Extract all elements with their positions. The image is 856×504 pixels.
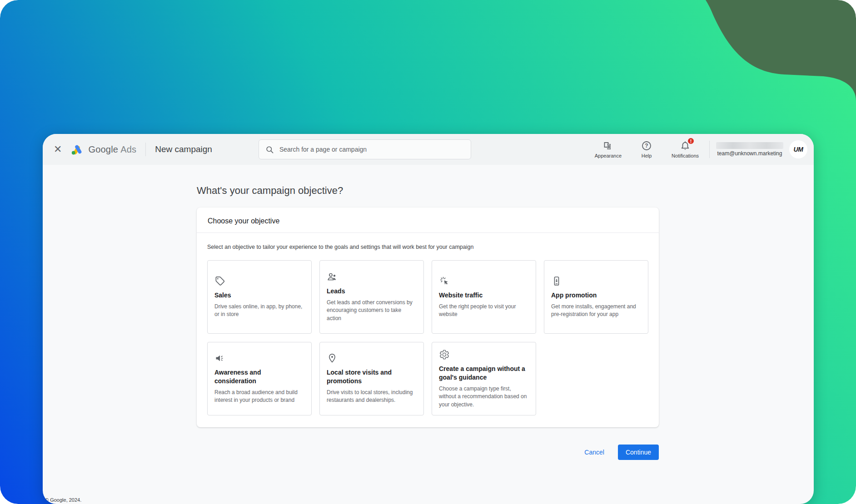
objective-description: Get the right people to visit your websi… bbox=[439, 303, 529, 319]
objective-description: Get more installs, engagement and pre-re… bbox=[551, 303, 641, 319]
objective-tile-no-goal[interactable]: Create a campaign without a goal's guida… bbox=[432, 342, 536, 415]
card-title: Choose your objective bbox=[197, 208, 659, 232]
account-divider bbox=[709, 141, 710, 158]
objective-title: Website traffic bbox=[439, 291, 529, 300]
account-name-redacted bbox=[716, 142, 783, 149]
objective-description: Reach a broad audience and build interes… bbox=[214, 389, 304, 405]
location-pin-icon bbox=[327, 353, 338, 364]
appearance-label: Appearance bbox=[595, 153, 622, 158]
notifications-label: Notifications bbox=[672, 153, 699, 158]
google-ads-window: ✕ GoogleAds New campaign bbox=[43, 134, 814, 504]
notification-badge: ! bbox=[687, 137, 695, 145]
google-ads-logo: GoogleAds bbox=[70, 143, 136, 155]
search-box[interactable] bbox=[259, 139, 471, 159]
objective-tile-sales[interactable]: Sales Drive sales online, in app, by pho… bbox=[207, 260, 312, 334]
objective-title: Local store visits and promotions bbox=[327, 368, 417, 385]
close-button[interactable]: ✕ bbox=[51, 142, 65, 157]
objective-tile-local-store[interactable]: Local store visits and promotions Drive … bbox=[319, 342, 424, 415]
page-title: New campaign bbox=[155, 144, 212, 154]
copyright-note: © Google, 2024. bbox=[45, 497, 81, 503]
topbar: ✕ GoogleAds New campaign bbox=[43, 134, 814, 165]
objective-description: Get leads and other conversions by encou… bbox=[327, 299, 417, 322]
megaphone-icon bbox=[214, 353, 225, 364]
help-icon: ? bbox=[641, 140, 652, 151]
help-button[interactable]: ? Help bbox=[633, 140, 660, 158]
objective-grid: Sales Drive sales online, in app, by pho… bbox=[207, 260, 648, 415]
notifications-button[interactable]: ! Notifications bbox=[672, 140, 699, 158]
avatar[interactable]: UM bbox=[789, 140, 807, 158]
footer-actions: Cancel Continue bbox=[43, 445, 659, 460]
appearance-icon bbox=[602, 140, 613, 151]
objective-title: Awareness and consideration bbox=[214, 368, 304, 385]
choose-objective-card: Choose your objective Select an objectiv… bbox=[197, 208, 659, 427]
screenshot-canvas: ✕ GoogleAds New campaign bbox=[0, 0, 856, 504]
google-ads-logo-icon bbox=[70, 143, 84, 155]
campaign-objective-heading: What's your campaign objective? bbox=[43, 165, 814, 197]
tag-icon bbox=[214, 276, 225, 287]
objective-tile-website-traffic[interactable]: Website traffic Get the right people to … bbox=[432, 260, 536, 334]
avatar-initials: UM bbox=[794, 146, 803, 153]
search-input[interactable] bbox=[279, 146, 464, 153]
objective-tile-leads[interactable]: Leads Get leads and other conversions by… bbox=[319, 260, 424, 334]
objective-title: Sales bbox=[214, 291, 304, 300]
people-icon bbox=[327, 272, 338, 282]
objective-tile-awareness[interactable]: Awareness and consideration Reach a broa… bbox=[207, 342, 312, 415]
card-subtitle: Select an objective to tailor your exper… bbox=[207, 244, 648, 250]
account-email: team@unknown.marketing bbox=[717, 150, 782, 157]
phone-download-icon bbox=[551, 276, 562, 287]
card-body: Select an objective to tailor your exper… bbox=[197, 233, 659, 427]
main-content: What's your campaign objective? Choose y… bbox=[43, 165, 814, 504]
cancel-button[interactable]: Cancel bbox=[578, 445, 611, 460]
objective-title: Create a campaign without a goal's guida… bbox=[439, 365, 529, 382]
continue-button[interactable]: Continue bbox=[618, 445, 659, 460]
gear-icon bbox=[439, 349, 450, 360]
help-label: Help bbox=[642, 153, 652, 158]
objective-description: Choose a campaign type first, without a … bbox=[439, 385, 529, 409]
appearance-button[interactable]: Appearance bbox=[595, 140, 622, 158]
objective-description: Drive visits to local stores, including … bbox=[327, 389, 417, 405]
objective-title: Leads bbox=[327, 287, 417, 296]
topbar-right: Appearance ? Help bbox=[589, 140, 807, 158]
topbar-divider bbox=[145, 143, 146, 156]
search-icon bbox=[265, 145, 274, 154]
brand-text: GoogleAds bbox=[88, 144, 136, 155]
svg-text:?: ? bbox=[645, 143, 648, 149]
objective-title: App promotion bbox=[551, 291, 641, 300]
account-info[interactable]: team@unknown.marketing bbox=[716, 142, 783, 157]
close-icon: ✕ bbox=[54, 144, 62, 154]
cursor-click-icon bbox=[439, 276, 450, 287]
objective-description: Drive sales online, in app, by phone, or… bbox=[214, 303, 304, 319]
objective-tile-app-promotion[interactable]: App promotion Get more installs, engagem… bbox=[544, 260, 648, 334]
